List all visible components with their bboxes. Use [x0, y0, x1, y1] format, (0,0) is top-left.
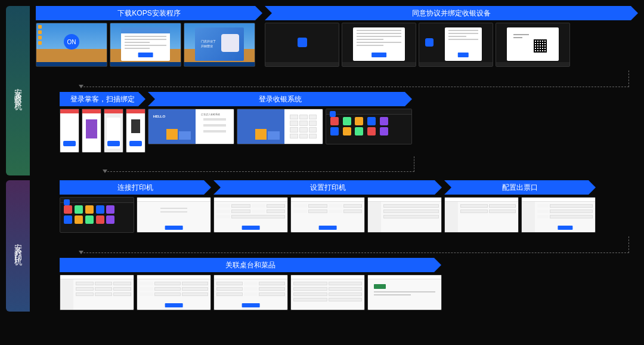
qr-scan-icon	[86, 119, 97, 138]
thumb-installer-text	[110, 23, 181, 67]
device-icon	[131, 119, 141, 133]
thumb-login-hello: HELLO 正在进入收银系统	[148, 109, 234, 144]
thumb-printer-connect	[137, 197, 211, 233]
tag-icon	[374, 284, 386, 289]
step-header: 连接打印机	[60, 180, 211, 195]
step-bind-table-dish: 关联桌台和菜品	[60, 258, 442, 312]
step-header: 同意协议并绑定收银设备	[265, 6, 638, 20]
thumb-desktop-logo: ON	[36, 23, 107, 67]
thumb-mobile-4	[126, 109, 145, 153]
thumb-printer-set-1	[213, 197, 288, 233]
thumb-bind-qr	[496, 23, 570, 67]
thumb-mobile-3	[104, 109, 123, 153]
thumb-table-1	[60, 275, 134, 310]
thumb-installer-promo: 门店开业了 开始营业	[184, 23, 255, 67]
thumb-agreement	[342, 23, 416, 67]
thumb-mobile-qr	[82, 109, 101, 153]
step-download-kops: 下载KOPS安装程序 ON	[36, 6, 262, 68]
step-config-ticket: 配置出票口	[444, 180, 596, 234]
flow-connector	[36, 236, 638, 255]
step-row: 下载KOPS安装程序 ON	[36, 6, 638, 68]
thumb-ticket-2	[521, 197, 596, 233]
flow-connector	[36, 156, 638, 175]
section-label-pos: 安装收银机	[6, 6, 30, 175]
thumb-pos-home	[326, 109, 412, 144]
thumb-table-4	[290, 275, 365, 310]
thumb-login-keypad	[237, 109, 323, 144]
step-connect-printer: 连接打印机	[60, 180, 211, 234]
loading-icon	[298, 38, 307, 47]
step-header: 关联桌台和菜品	[60, 258, 441, 272]
app-logo-icon: ON	[64, 34, 79, 50]
step-header: 配置出票口	[444, 180, 596, 195]
thumb-table-5	[367, 275, 442, 310]
step-header: 登录收银系统	[148, 92, 412, 106]
step-header: 设置打印机	[213, 180, 442, 195]
step-header: 登录掌客，扫描绑定	[60, 92, 145, 106]
robot-icon	[221, 34, 239, 52]
thumb-pos-home-2	[60, 197, 134, 233]
thumb-printer-set-2	[290, 197, 365, 233]
app-icon	[425, 38, 434, 47]
step-login-pos: 登录收银系统 HELLO 正在进入收银系统	[148, 92, 412, 154]
flow-connector	[36, 70, 638, 90]
pos-logo-icon	[64, 199, 70, 205]
step-agree-bind: 同意协议并绑定收银设备	[265, 6, 638, 68]
step-row: 登录掌客，扫描绑定 登录收银系统 HELLO 正在进入收银系统	[36, 92, 638, 154]
step-row: 连接打印机 设置打印机	[36, 180, 638, 234]
qr-code-icon	[531, 37, 549, 55]
pos-logo-icon	[330, 111, 336, 117]
section-label-printer: 安装打印机	[6, 180, 30, 312]
section-install-pos: 安装收银机 下载KOPS安装程序 ON	[6, 6, 638, 175]
thumb-bind-device	[419, 23, 493, 67]
thumb-ticket-1	[444, 197, 519, 233]
thumb-printer-set-3	[367, 197, 442, 233]
thumb-table-2	[137, 275, 211, 310]
step-login-zhangke: 登录掌客，扫描绑定	[60, 92, 145, 154]
step-row: 关联桌台和菜品	[36, 258, 638, 312]
step-setup-printer: 设置打印机	[213, 180, 442, 234]
step-header: 下载KOPS安装程序	[36, 6, 262, 20]
section-install-printer: 安装打印机 连接打印机 设置打印机	[6, 180, 638, 312]
thumb-mobile-1	[60, 109, 79, 153]
thumb-table-3	[213, 275, 288, 310]
thumb-dark-loading	[265, 23, 339, 67]
